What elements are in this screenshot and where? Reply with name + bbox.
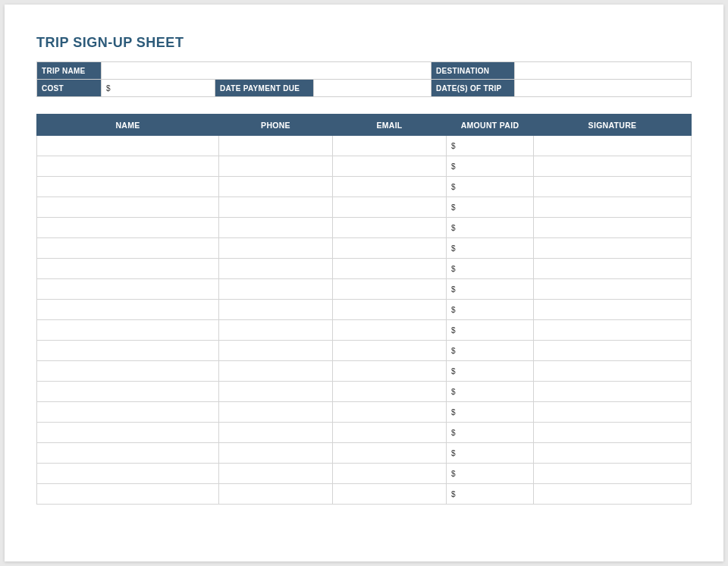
cell-signature[interactable]	[534, 156, 692, 177]
cell-phone[interactable]	[219, 484, 333, 505]
cell-phone[interactable]	[219, 238, 333, 259]
cell-phone[interactable]	[219, 197, 333, 218]
cell-email[interactable]	[333, 361, 447, 382]
cell-signature[interactable]	[534, 197, 692, 218]
cell-email[interactable]	[333, 423, 447, 443]
cell-phone[interactable]	[219, 279, 333, 300]
cell-email[interactable]	[333, 197, 447, 218]
cell-name[interactable]	[37, 402, 219, 423]
cell-signature[interactable]	[534, 402, 692, 423]
cost-value[interactable]: $	[102, 80, 215, 97]
cell-email[interactable]	[333, 300, 447, 320]
cell-amount-paid[interactable]: $	[447, 259, 534, 279]
cell-email[interactable]	[333, 259, 447, 279]
cell-email[interactable]	[333, 464, 447, 484]
cell-phone[interactable]	[219, 402, 333, 423]
cell-amount-paid[interactable]: $	[447, 156, 534, 177]
cell-name[interactable]	[37, 443, 219, 464]
date-payment-due-value[interactable]	[314, 80, 431, 97]
cell-email[interactable]	[333, 218, 447, 238]
cell-phone[interactable]	[219, 382, 333, 402]
cell-phone[interactable]	[219, 156, 333, 177]
cell-phone[interactable]	[219, 320, 333, 341]
cell-name[interactable]	[37, 156, 219, 177]
cell-phone[interactable]	[219, 259, 333, 279]
cell-email[interactable]	[333, 443, 447, 464]
cell-email[interactable]	[333, 279, 447, 300]
cell-email[interactable]	[333, 177, 447, 197]
cell-amount-paid[interactable]: $	[447, 320, 534, 341]
cell-email[interactable]	[333, 320, 447, 341]
cell-phone[interactable]	[219, 136, 333, 156]
col-amount-paid: AMOUNT PAID	[447, 115, 534, 136]
trip-name-value[interactable]	[102, 62, 431, 80]
cell-name[interactable]	[37, 320, 219, 341]
cell-amount-paid[interactable]: $	[447, 464, 534, 484]
cell-amount-paid[interactable]: $	[447, 484, 534, 505]
cell-name[interactable]	[37, 361, 219, 382]
col-email: EMAIL	[333, 115, 447, 136]
cell-phone[interactable]	[219, 361, 333, 382]
cell-email[interactable]	[333, 156, 447, 177]
cell-phone[interactable]	[219, 177, 333, 197]
info-row-1: TRIP NAME DESTINATION	[37, 62, 692, 80]
cell-signature[interactable]	[534, 320, 692, 341]
cell-name[interactable]	[37, 382, 219, 402]
cell-amount-paid[interactable]: $	[447, 402, 534, 423]
cell-amount-paid[interactable]: $	[447, 300, 534, 320]
cell-amount-paid[interactable]: $	[447, 361, 534, 382]
cell-amount-paid[interactable]: $	[447, 341, 534, 361]
cell-signature[interactable]	[534, 484, 692, 505]
cell-phone[interactable]	[219, 218, 333, 238]
cell-name[interactable]	[37, 259, 219, 279]
cell-name[interactable]	[37, 423, 219, 443]
cell-phone[interactable]	[219, 341, 333, 361]
cell-name[interactable]	[37, 464, 219, 484]
cell-email[interactable]	[333, 382, 447, 402]
cell-signature[interactable]	[534, 382, 692, 402]
cell-name[interactable]	[37, 484, 219, 505]
cell-name[interactable]	[37, 238, 219, 259]
cell-email[interactable]	[333, 136, 447, 156]
dates-of-trip-label: DATE(S) OF TRIP	[431, 80, 515, 97]
cell-signature[interactable]	[534, 443, 692, 464]
cell-signature[interactable]	[534, 341, 692, 361]
destination-label: DESTINATION	[431, 62, 515, 80]
cell-phone[interactable]	[219, 443, 333, 464]
cell-phone[interactable]	[219, 423, 333, 443]
cell-signature[interactable]	[534, 238, 692, 259]
cell-signature[interactable]	[534, 423, 692, 443]
cell-amount-paid[interactable]: $	[447, 136, 534, 156]
cell-email[interactable]	[333, 238, 447, 259]
cell-phone[interactable]	[219, 464, 333, 484]
cell-signature[interactable]	[534, 259, 692, 279]
cell-name[interactable]	[37, 197, 219, 218]
cell-amount-paid[interactable]: $	[447, 382, 534, 402]
destination-value[interactable]	[515, 62, 692, 80]
cell-phone[interactable]	[219, 300, 333, 320]
cell-amount-paid[interactable]: $	[447, 279, 534, 300]
dates-of-trip-value[interactable]	[515, 80, 692, 97]
cell-name[interactable]	[37, 177, 219, 197]
cell-signature[interactable]	[534, 361, 692, 382]
cell-email[interactable]	[333, 341, 447, 361]
cell-signature[interactable]	[534, 177, 692, 197]
cell-amount-paid[interactable]: $	[447, 197, 534, 218]
cell-amount-paid[interactable]: $	[447, 177, 534, 197]
cell-signature[interactable]	[534, 464, 692, 484]
cell-name[interactable]	[37, 300, 219, 320]
cell-name[interactable]	[37, 279, 219, 300]
cell-amount-paid[interactable]: $	[447, 423, 534, 443]
cell-signature[interactable]	[534, 279, 692, 300]
cell-email[interactable]	[333, 402, 447, 423]
cell-name[interactable]	[37, 341, 219, 361]
cell-signature[interactable]	[534, 218, 692, 238]
cell-signature[interactable]	[534, 300, 692, 320]
cell-amount-paid[interactable]: $	[447, 218, 534, 238]
cell-amount-paid[interactable]: $	[447, 443, 534, 464]
cell-name[interactable]	[37, 218, 219, 238]
cell-email[interactable]	[333, 484, 447, 505]
cell-name[interactable]	[37, 136, 219, 156]
cell-amount-paid[interactable]: $	[447, 238, 534, 259]
cell-signature[interactable]	[534, 136, 692, 156]
